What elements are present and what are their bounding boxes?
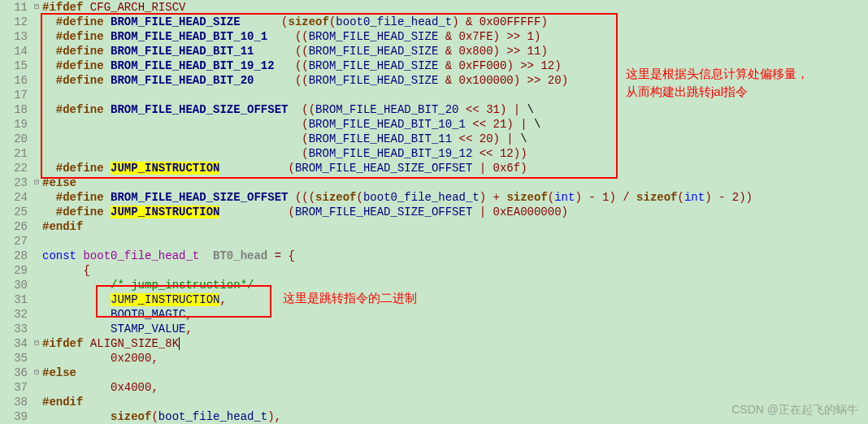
- code-content: BOOT0_MAGIC,: [42, 307, 868, 322]
- code-content: STAMP_VALUE,: [42, 322, 868, 336]
- code-line: 25 #define JUMP_INSTRUCTION (BROM_FILE_H…: [0, 205, 868, 219]
- code-content: {: [42, 263, 868, 278]
- fold-icon: [31, 190, 42, 205]
- fold-icon: [31, 44, 42, 58]
- code-line: 37 0x4000,: [0, 380, 868, 395]
- code-line: 30 /* jump_instruction*/: [0, 278, 868, 292]
- fold-icon: [31, 351, 42, 366]
- fold-icon: [31, 132, 42, 146]
- code-content: 0x2000,: [42, 351, 868, 366]
- line-number: 33: [0, 322, 31, 336]
- code-line: 24 #define BROM_FILE_HEAD_SIZE_OFFSET ((…: [0, 190, 868, 205]
- code-content: #else: [42, 366, 868, 380]
- code-content: (BROM_FILE_HEAD_BIT_11 << 20) | \: [42, 132, 868, 146]
- code-line: 13 #define BROM_FILE_HEAD_BIT_10_1 ((BRO…: [0, 29, 868, 44]
- fold-icon: [31, 161, 42, 175]
- line-number: 20: [0, 132, 31, 146]
- code-content: #define BROM_FILE_HEAD_SIZE_OFFSET ((BRO…: [42, 102, 868, 117]
- line-number: 35: [0, 351, 31, 366]
- code-line: 19 (BROM_FILE_HEAD_BIT_10_1 << 21) | \: [0, 117, 868, 132]
- code-content: (BROM_FILE_HEAD_BIT_19_12 << 12)): [42, 146, 868, 161]
- watermark: CSDN @正在起飞的蜗牛: [731, 403, 858, 418]
- line-number: 30: [0, 278, 31, 292]
- annotation-text-2: 这里是跳转指令的二进制: [283, 291, 417, 306]
- line-number: 29: [0, 263, 31, 278]
- code-content: #define JUMP_INSTRUCTION (BROM_FILE_HEAD…: [42, 161, 868, 175]
- fold-icon: [31, 292, 42, 307]
- code-content: [42, 234, 868, 249]
- code-editor: 11⊟#ifdef CFG_ARCH_RISCV12 #define BROM_…: [0, 0, 868, 424]
- code-line: 18 #define BROM_FILE_HEAD_SIZE_OFFSET ((…: [0, 102, 868, 117]
- code-line: 23⊟#else: [0, 175, 868, 190]
- code-content: #define BROM_FILE_HEAD_BIT_10_1 ((BROM_F…: [42, 29, 868, 44]
- fold-icon[interactable]: ⊟: [31, 336, 42, 351]
- code-line: 22 #define JUMP_INSTRUCTION (BROM_FILE_H…: [0, 161, 868, 175]
- annotation-1-line-2: 从而构建出跳转jal指令: [626, 83, 809, 101]
- code-line: 32 BOOT0_MAGIC,: [0, 307, 868, 322]
- fold-icon: [31, 146, 42, 161]
- fold-icon: [31, 58, 42, 73]
- line-number: 17: [0, 88, 31, 102]
- code-line: 21 (BROM_FILE_HEAD_BIT_19_12 << 12)): [0, 146, 868, 161]
- fold-icon: [31, 278, 42, 292]
- fold-icon[interactable]: ⊟: [31, 366, 42, 380]
- code-line: 35 0x2000,: [0, 351, 868, 366]
- line-number: 26: [0, 219, 31, 234]
- line-number: 11: [0, 0, 31, 15]
- line-number: 12: [0, 15, 31, 29]
- fold-icon: [31, 205, 42, 219]
- line-number: 31: [0, 292, 31, 307]
- line-number: 23: [0, 175, 31, 190]
- code-content: #endif: [42, 219, 868, 234]
- line-number: 38: [0, 395, 31, 409]
- line-number: 28: [0, 249, 31, 263]
- line-number: 37: [0, 380, 31, 395]
- annotation-text-1: 这里是根据头信息计算处偏移量， 从而构建出跳转jal指令: [626, 65, 809, 101]
- code-content: #ifdef ALIGN_SIZE_8K: [42, 336, 868, 351]
- line-number: 18: [0, 102, 31, 117]
- code-line: 20 (BROM_FILE_HEAD_BIT_11 << 20) | \: [0, 132, 868, 146]
- line-number: 24: [0, 190, 31, 205]
- code-content: #ifdef CFG_ARCH_RISCV: [42, 0, 868, 15]
- code-content: #else: [42, 175, 868, 190]
- line-number: 15: [0, 58, 31, 73]
- code-line: 12 #define BROM_FILE_HEAD_SIZE (sizeof(b…: [0, 15, 868, 29]
- code-content: /* jump_instruction*/: [42, 278, 868, 292]
- annotation-1-line-1: 这里是根据头信息计算处偏移量，: [626, 65, 809, 83]
- code-line: 27: [0, 234, 868, 249]
- line-number: 34: [0, 336, 31, 351]
- code-content: #define BROM_FILE_HEAD_SIZE_OFFSET (((si…: [42, 190, 868, 205]
- line-number: 36: [0, 366, 31, 380]
- code-line: 11⊟#ifdef CFG_ARCH_RISCV: [0, 0, 868, 15]
- code-line: 33 STAMP_VALUE,: [0, 322, 868, 336]
- line-number: 21: [0, 146, 31, 161]
- fold-icon: [31, 102, 42, 117]
- code-line: 26#endif: [0, 219, 868, 234]
- code-line: 31 JUMP_INSTRUCTION,: [0, 292, 868, 307]
- fold-icon: [31, 263, 42, 278]
- line-number: 25: [0, 205, 31, 219]
- code-content: #define BROM_FILE_HEAD_SIZE (sizeof(boot…: [42, 15, 868, 29]
- code-content: 0x4000,: [42, 380, 868, 395]
- fold-icon[interactable]: ⊟: [31, 0, 42, 15]
- line-number: 22: [0, 161, 31, 175]
- line-number: 19: [0, 117, 31, 132]
- code-line: 28const boot0_file_head_t BT0_head = {: [0, 249, 868, 263]
- fold-icon: [31, 322, 42, 336]
- fold-icon: [31, 234, 42, 249]
- code-line: 29 {: [0, 263, 868, 278]
- fold-icon: [31, 73, 42, 88]
- fold-icon: [31, 249, 42, 263]
- code-line: 14 #define BROM_FILE_HEAD_BIT_11 ((BROM_…: [0, 44, 868, 58]
- fold-icon[interactable]: ⊟: [31, 175, 42, 190]
- code-line: 34⊟#ifdef ALIGN_SIZE_8K: [0, 336, 868, 351]
- code-line: 36⊟#else: [0, 366, 868, 380]
- code-content: const boot0_file_head_t BT0_head = {: [42, 249, 868, 263]
- fold-icon: [31, 29, 42, 44]
- fold-icon: [31, 219, 42, 234]
- line-number: 16: [0, 73, 31, 88]
- line-number: 39: [0, 409, 31, 424]
- line-number: 32: [0, 307, 31, 322]
- line-number: 27: [0, 234, 31, 249]
- fold-icon: [31, 395, 42, 409]
